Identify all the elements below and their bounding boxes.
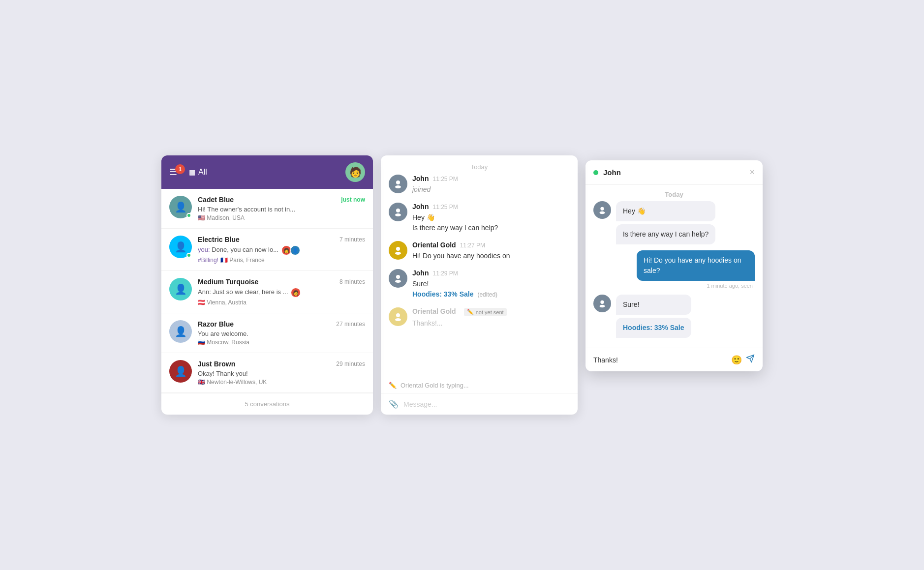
popup-close-button[interactable]: × [749, 167, 755, 178]
chat-message-row: Oriental Gold 11:27 PM Hi! Do you have a… [389, 241, 570, 261]
mini-avatar: 👩 [291, 288, 301, 298]
chat-msg-header: Oriental Gold ✏️ not yet sent [412, 307, 570, 316]
chat-msg-avatar [389, 241, 407, 260]
conv-top-row: Electric Blue 7 minutes [198, 236, 365, 243]
popup-bubble-sent: Hi! Do you have any hoodies on sale? [637, 250, 755, 281]
chat-input-row: 📎 [381, 393, 578, 415]
chat-msg-text: Hi! Do you have any hoodies on [412, 251, 570, 261]
chat-message-row: Oriental Gold ✏️ not yet sent Thanks!... [389, 307, 570, 329]
chat-msg-time: 11:29 PM [432, 270, 458, 277]
chat-message-row: John 11:25 PM joined [389, 175, 570, 195]
conv-meta: 🇬🇧 Newton-le-Willows, UK [198, 379, 365, 386]
popup-input-row: 🙂 [585, 348, 763, 371]
conv-body-razor-blue: Razor Blue 27 minutes You are welcome. 🇷… [198, 320, 365, 346]
send-button[interactable] [746, 354, 755, 365]
chat-msg-text: Sure! Hoodies: 33% Sale (edited) [412, 279, 570, 300]
chat-msg-avatar [389, 203, 407, 221]
svg-point-11 [600, 211, 605, 214]
conv-item-razor-blue[interactable]: 👤 Razor Blue 27 minutes You are welcome.… [161, 313, 373, 353]
mini-avatar: 👩 [281, 245, 291, 255]
conv-preview: you: Done, you can now lo... 👩 👤 [198, 245, 365, 255]
conv-preview: You are welcome. [198, 330, 365, 337]
conv-preview: Hi! The owner's account is not in... [198, 206, 365, 213]
svg-point-0 [396, 180, 400, 184]
hashtag: #Billing! [198, 257, 218, 264]
hoodies-link[interactable]: Hoodies: 33% Sale [412, 290, 474, 298]
popup-message-input[interactable] [593, 356, 727, 364]
typing-text: Oriental Gold is typing... [400, 382, 469, 389]
conv-item-medium-turquoise[interactable]: 👤 Medium Turquoise 8 minutes Ann: Just s… [161, 271, 373, 313]
chat-msg-time: 11:25 PM [432, 176, 458, 182]
conv-meta: 🇷🇺 Moscow, Russia [198, 339, 365, 346]
edited-label: (edited) [477, 291, 497, 298]
conv-top-row: Just Brown 29 minutes [198, 360, 365, 368]
header-avatar[interactable]: 🧑 [345, 162, 365, 182]
conv-preview: Ann: Just so we clear, here is ... 👩 [198, 288, 365, 298]
conversations-count: 5 conversations [245, 400, 289, 408]
conv-name: Medium Turquoise [198, 278, 258, 286]
badge-count: 1 [175, 164, 185, 174]
menu-button[interactable]: ☰ 1 [169, 167, 185, 178]
conv-header-left: ☰ 1 ▦ All [169, 167, 207, 178]
conv-item-just-brown[interactable]: 👤 Just Brown 29 minutes Okay! Thank you!… [161, 353, 373, 393]
popup-msg-avatar [593, 295, 611, 312]
archive-icon: ▦ [189, 168, 195, 176]
conv-meta: 🇺🇸 Madison, USA [198, 214, 365, 221]
popup-msg-bubbles: Hey 👋 Is there any way I can help? [616, 201, 715, 244]
emoji-button[interactable]: 🙂 [731, 355, 742, 365]
attach-icon[interactable]: 📎 [389, 399, 399, 409]
conv-avatar-medium-turquoise: 👤 [169, 278, 192, 300]
not-sent-icon: ✏️ [467, 309, 474, 315]
pencil-icon: ✏️ [389, 382, 397, 389]
svg-point-13 [600, 305, 605, 307]
chat-msg-text: Hey 👋Is there any way I can help? [412, 212, 570, 233]
conv-avatar-electric-blue: 👤 [169, 236, 192, 258]
chat-msg-content: John 11:25 PM joined [412, 175, 570, 195]
conv-meta: 🇦🇹 Vienna, Austria [198, 299, 365, 306]
conv-meta: #Billing! 🇫🇷 Paris, France [198, 257, 365, 264]
svg-point-2 [396, 209, 400, 212]
popup-bubble: Is there any way I can help? [616, 224, 715, 244]
svg-point-5 [395, 252, 401, 255]
chat-panel: Today John 11:25 PM joined [381, 155, 578, 415]
chat-msg-text: Thanks!... [412, 318, 570, 329]
conversation-list: 👤 Cadet Blue just now Hi! The owner's ac… [161, 189, 373, 393]
conv-time: 29 minutes [336, 360, 365, 367]
chat-msg-avatar [389, 269, 407, 288]
chat-msg-text: joined [412, 184, 570, 195]
conv-body-just-brown: Just Brown 29 minutes Okay! Thank you! 🇬… [198, 360, 365, 386]
conv-footer: 5 conversations [161, 393, 373, 415]
popup-messages: Hey 👋 Is there any way I can help? Hi! D… [585, 201, 763, 348]
chat-msg-header: Oriental Gold 11:27 PM [412, 241, 570, 249]
conv-item-cadet-blue[interactable]: 👤 Cadet Blue just now Hi! The owner's ac… [161, 189, 373, 229]
chat-msg-header: John 11:25 PM [412, 175, 570, 182]
mini-avatar: 👤 [290, 245, 300, 255]
conv-top-row: Medium Turquoise 8 minutes [198, 278, 365, 286]
conv-avatar-razor-blue: 👤 [169, 320, 192, 343]
popup-msg-row: Sure! Hoodies: 33% Sale [593, 295, 755, 338]
chat-messages: John 11:25 PM joined John 11:25 PM Hey 👋… [381, 175, 578, 378]
chat-msg-content: John 11:29 PM Sure! Hoodies: 33% Sale (e… [412, 269, 570, 300]
chat-msg-header: John 11:25 PM [412, 203, 570, 210]
svg-point-8 [396, 313, 400, 317]
popup-right-align: Hi! Do you have any hoodies on sale? 1 m… [593, 250, 755, 289]
chat-message-input[interactable] [403, 400, 570, 408]
popup-header: John × [585, 160, 763, 185]
popup-msg-bubbles: Sure! Hoodies: 33% Sale [616, 295, 691, 338]
svg-point-1 [395, 185, 401, 188]
svg-point-12 [600, 300, 604, 304]
popup-bubble: Hey 👋 [616, 201, 715, 221]
not-yet-sent-badge: ✏️ not yet sent [464, 308, 507, 316]
conv-top-row: Razor Blue 27 minutes [198, 320, 365, 328]
chat-msg-name: John [412, 175, 429, 182]
conv-body-cadet-blue: Cadet Blue just now Hi! The owner's acco… [198, 196, 365, 221]
conv-body-medium-turquoise: Medium Turquoise 8 minutes Ann: Just so … [198, 278, 365, 306]
hoodies-popup-link[interactable]: Hoodies: 33% Sale [623, 324, 684, 331]
chat-msg-header: John 11:29 PM [412, 269, 570, 277]
svg-point-9 [395, 318, 401, 321]
chat-msg-content: Oriental Gold 11:27 PM Hi! Do you have a… [412, 241, 570, 261]
all-label[interactable]: ▦ All [189, 168, 207, 177]
popup-seen-status: 1 minute ago, seen [707, 283, 753, 289]
conv-item-electric-blue[interactable]: 👤 Electric Blue 7 minutes you: Done, you… [161, 229, 373, 271]
conversation-panel: ☰ 1 ▦ All 🧑 👤 Cadet Blue [161, 155, 373, 415]
